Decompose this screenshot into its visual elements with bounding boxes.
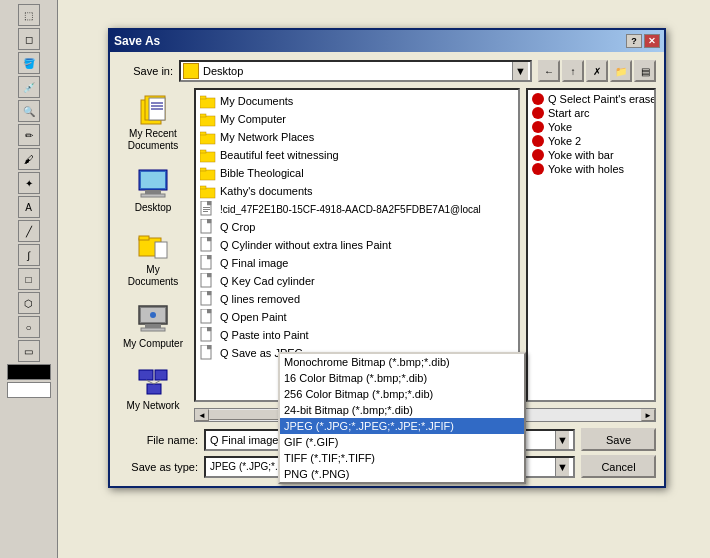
tool-color2[interactable] xyxy=(7,382,51,398)
back-button[interactable]: ← xyxy=(538,60,560,82)
list-item[interactable]: Kathy's documents xyxy=(198,182,516,200)
folder-icon xyxy=(183,63,199,79)
red-dot-icon xyxy=(532,149,544,161)
dropdown-option[interactable]: TIFF (*.TIF;*.TIFF) xyxy=(280,450,524,466)
right-list-item[interactable]: Yoke 2 xyxy=(530,134,652,148)
dialog-titlebar: Save As ? ✕ xyxy=(110,30,664,52)
close-button[interactable]: ✕ xyxy=(644,34,660,48)
list-item[interactable]: !cid_47F2E1B0-15CF-4918-AACD-8A2F5FDBE7A… xyxy=(198,200,516,218)
sidebar-item-desktop[interactable]: Desktop xyxy=(119,162,187,220)
delete-button[interactable]: ✗ xyxy=(586,60,608,82)
tool-ellipse[interactable]: ○ xyxy=(18,316,40,338)
svg-rect-38 xyxy=(203,211,208,212)
save-in-dropdown-arrow[interactable]: ▼ xyxy=(512,62,528,80)
right-list-item[interactable]: Yoke with bar xyxy=(530,148,652,162)
file-icon xyxy=(200,255,216,271)
recent-docs-icon xyxy=(137,94,169,126)
list-item[interactable]: My Network Places xyxy=(198,128,516,146)
tool-pencil[interactable]: ✏ xyxy=(18,124,40,146)
save-in-value: Desktop xyxy=(203,65,508,77)
list-item[interactable]: Q Cylinder without extra lines Paint xyxy=(198,236,516,254)
dropdown-option-selected[interactable]: JPEG (*.JPG;*.JPEG;*.JPE;*.JFIF) xyxy=(280,418,524,434)
scroll-left-btn[interactable]: ◄ xyxy=(195,409,209,421)
list-item[interactable]: Beautiful feet witnessing xyxy=(198,146,516,164)
tool-line[interactable]: ╱ xyxy=(18,220,40,242)
svg-rect-7 xyxy=(141,172,165,188)
tool-zoom[interactable]: 🔍 xyxy=(18,100,40,122)
right-list-item[interactable]: Yoke with holes xyxy=(530,162,652,176)
list-item[interactable]: Q lines removed xyxy=(198,290,516,308)
my-documents-icon xyxy=(137,230,169,262)
dropdown-option[interactable]: PNG (*.PNG) xyxy=(280,466,524,482)
tool-polygon[interactable]: ⬡ xyxy=(18,292,40,314)
svg-point-17 xyxy=(150,312,156,318)
filename-value: Q Final image xyxy=(210,434,278,446)
dropdown-option[interactable]: Monochrome Bitmap (*.bmp;*.dib) xyxy=(280,354,524,370)
red-dot-icon xyxy=(532,163,544,175)
sidebar-desktop-label: Desktop xyxy=(135,202,172,214)
list-item[interactable]: Q Open Paint xyxy=(198,308,516,326)
filetype-dropdown-arrow[interactable]: ▼ xyxy=(555,458,569,476)
save-in-combo[interactable]: Desktop ▼ xyxy=(179,60,532,82)
tool-select[interactable]: ⬚ xyxy=(18,4,40,26)
folder-icon xyxy=(200,129,216,145)
list-item[interactable]: My Computer xyxy=(198,110,516,128)
filename-label: File name: xyxy=(118,434,198,446)
svg-rect-34 xyxy=(200,186,206,189)
tool-airbrush[interactable]: ✦ xyxy=(18,172,40,194)
list-item[interactable]: Q Crop xyxy=(198,218,516,236)
svg-rect-29 xyxy=(200,152,215,162)
svg-line-21 xyxy=(146,380,154,384)
scroll-right-btn[interactable]: ► xyxy=(641,409,655,421)
sidebar-item-mydocs[interactable]: My Documents xyxy=(119,224,187,294)
sidebar-item-network[interactable]: My Network xyxy=(119,360,187,418)
list-item[interactable]: My Documents xyxy=(198,92,516,110)
svg-rect-23 xyxy=(200,98,215,108)
cancel-button[interactable]: Cancel xyxy=(581,455,656,478)
new-folder-button[interactable]: 📁 xyxy=(610,60,632,82)
list-item[interactable]: Q Key Cad cylinder xyxy=(198,272,516,290)
svg-rect-37 xyxy=(203,209,210,210)
svg-line-22 xyxy=(154,380,161,384)
svg-rect-30 xyxy=(200,150,206,153)
right-list-item[interactable]: Start arc xyxy=(530,106,652,120)
dropdown-option[interactable]: 16 Color Bitmap (*.bmp;*.dib) xyxy=(280,370,524,386)
svg-rect-24 xyxy=(200,96,206,99)
desktop-icon xyxy=(137,168,169,200)
dropdown-option[interactable]: GIF (*.GIF) xyxy=(280,434,524,450)
file-icon xyxy=(200,309,216,325)
right-list-item[interactable]: Yoke xyxy=(530,120,652,134)
file-icon xyxy=(200,273,216,289)
right-list-item[interactable]: Q Select Paint's eraser tool xyxy=(530,92,652,106)
svg-rect-28 xyxy=(200,132,206,135)
list-item[interactable]: Q Paste into Paint xyxy=(198,326,516,344)
tool-rrect[interactable]: ▭ xyxy=(18,340,40,362)
sidebar-item-recent[interactable]: My Recent Documents xyxy=(119,88,187,158)
tool-rect[interactable]: □ xyxy=(18,268,40,290)
view-button[interactable]: ▤ xyxy=(634,60,656,82)
dialog-body: Save in: Desktop ▼ ← ↑ ✗ 📁 ▤ xyxy=(110,52,664,486)
svg-rect-27 xyxy=(200,134,215,144)
save-button[interactable]: Save xyxy=(581,428,656,451)
tool-text[interactable]: A xyxy=(18,196,40,218)
dropdown-option[interactable]: 256 Color Bitmap (*.bmp;*.dib) xyxy=(280,386,524,402)
tool-color[interactable] xyxy=(7,364,51,380)
list-item[interactable]: Bible Theological xyxy=(198,164,516,182)
filename-dropdown-arrow[interactable]: ▼ xyxy=(555,431,569,449)
tool-fill[interactable]: 🪣 xyxy=(18,52,40,74)
tool-eyedrop[interactable]: 💉 xyxy=(18,76,40,98)
my-network-icon xyxy=(137,366,169,398)
tool-eraser[interactable]: ◻ xyxy=(18,28,40,50)
tool-brush[interactable]: 🖌 xyxy=(18,148,40,170)
dropdown-option[interactable]: 24-bit Bitmap (*.bmp;*.dib) xyxy=(280,402,524,418)
list-item[interactable]: Q Final image xyxy=(198,254,516,272)
help-button[interactable]: ? xyxy=(626,34,642,48)
tool-curve[interactable]: ∫ xyxy=(18,244,40,266)
sidebar-item-computer[interactable]: My Computer xyxy=(119,298,187,356)
up-button[interactable]: ↑ xyxy=(562,60,584,82)
svg-rect-8 xyxy=(145,190,161,194)
save-in-label: Save in: xyxy=(118,65,173,77)
svg-rect-18 xyxy=(139,370,153,380)
toolbar: ⬚ ◻ 🪣 💉 🔍 ✏ 🖌 ✦ A ╱ ∫ □ ⬡ ○ ▭ xyxy=(0,0,58,558)
red-dot-icon xyxy=(532,93,544,105)
